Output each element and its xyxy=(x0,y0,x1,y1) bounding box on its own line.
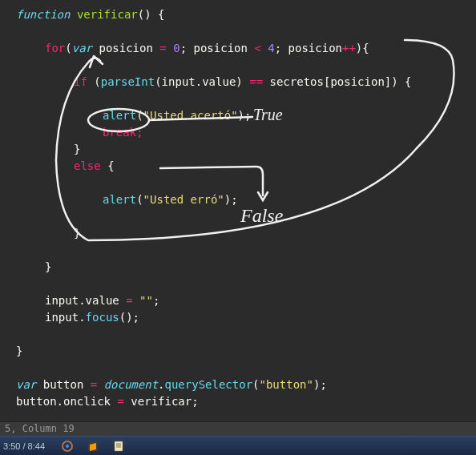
svg-rect-4 xyxy=(115,441,123,451)
video-controls: 3:50 / 8:44 xyxy=(0,436,476,455)
keyword-break: break; xyxy=(103,126,143,139)
keyword-else: else xyxy=(74,159,101,172)
code-editor[interactable]: function verificar() { for(var posicion … xyxy=(0,0,476,455)
string-erro: "Usted erró" xyxy=(143,193,224,206)
svg-point-2 xyxy=(66,445,69,448)
browser-icon[interactable] xyxy=(58,438,77,454)
string-acerto: "Usted acertó" xyxy=(143,109,238,122)
keyword-function: function xyxy=(16,8,70,21)
keyword-if: if xyxy=(74,75,87,88)
video-time: 3:50 / 8:44 xyxy=(3,441,45,451)
editor-status-bar: 5, Column 19 xyxy=(0,421,476,436)
cursor-position: 5, Column 19 xyxy=(5,423,75,434)
keyword-for: for xyxy=(45,42,65,54)
notepad-icon[interactable] xyxy=(109,438,128,454)
function-name: verificar xyxy=(77,8,138,21)
sublime-icon[interactable] xyxy=(83,438,103,454)
